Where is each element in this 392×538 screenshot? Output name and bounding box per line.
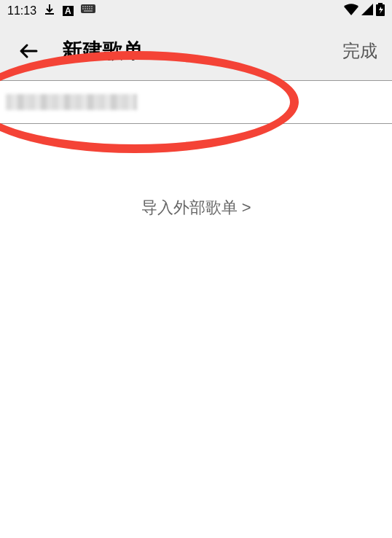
svg-rect-8 xyxy=(87,8,88,9)
status-left: 11:13 A xyxy=(7,4,95,18)
svg-rect-11 xyxy=(84,10,93,12)
playlist-name-input-content xyxy=(6,94,137,110)
svg-rect-9 xyxy=(89,8,90,9)
page-title: 新建歌单 xyxy=(62,37,144,65)
svg-rect-6 xyxy=(82,8,84,9)
signal-icon xyxy=(361,4,373,18)
header: 新建歌单 完成 xyxy=(0,22,392,80)
svg-rect-7 xyxy=(85,8,86,9)
back-arrow-icon xyxy=(18,40,40,62)
svg-rect-4 xyxy=(89,6,90,7)
status-time: 11:13 xyxy=(7,4,36,17)
svg-rect-12 xyxy=(378,3,383,4)
import-external-playlist-link[interactable]: 导入外部歌单 > xyxy=(0,197,392,219)
done-button[interactable]: 完成 xyxy=(342,39,377,63)
status-right xyxy=(344,3,385,19)
a-icon: A xyxy=(63,6,74,16)
playlist-name-input-row[interactable] xyxy=(0,80,392,124)
status-bar: 11:13 A xyxy=(0,0,392,22)
download-icon xyxy=(44,4,55,18)
svg-rect-10 xyxy=(91,8,93,9)
back-button[interactable] xyxy=(15,36,44,66)
svg-rect-3 xyxy=(87,6,88,7)
keyboard-icon xyxy=(81,4,95,17)
svg-rect-1 xyxy=(82,6,84,7)
svg-rect-2 xyxy=(85,6,86,7)
battery-icon xyxy=(376,3,385,19)
svg-rect-5 xyxy=(91,6,93,7)
wifi-icon xyxy=(344,4,358,18)
